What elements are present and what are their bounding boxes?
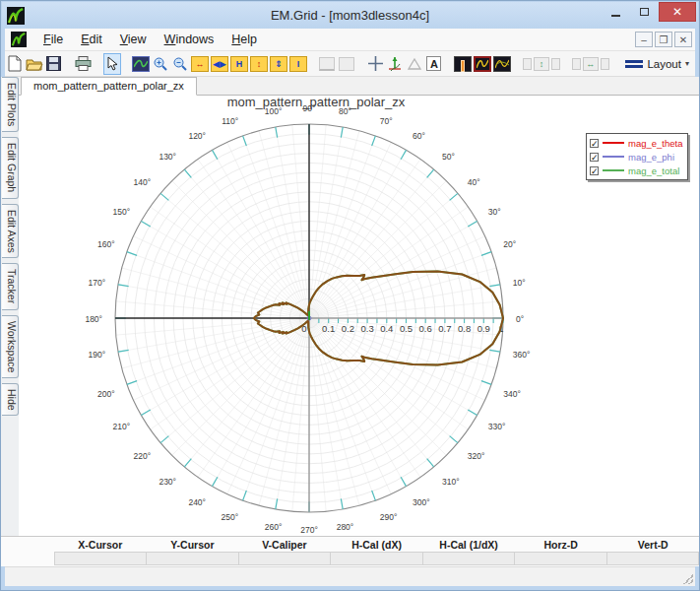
h-space-group-button[interactable]: ↔ xyxy=(572,53,609,75)
menu-windows[interactable]: Windows xyxy=(156,30,223,49)
title-bar[interactable]: EM.Grid - [mom3dlesson4c] ✕ xyxy=(2,2,698,29)
angle-label: 220° xyxy=(134,451,152,461)
angle-tick xyxy=(276,127,278,138)
sidebar-item-edit-plots[interactable]: Edit Plots xyxy=(2,77,19,132)
angle-label: 240° xyxy=(188,497,206,507)
cursor-readout: X-Cursor Y-Cursor V-Caliper H-Cal (dX) H… xyxy=(1,536,699,566)
angle-label: 0° xyxy=(516,314,524,324)
shrink-vertical-button[interactable]: ⇕ xyxy=(270,53,287,75)
sidebar: Edit Plots Edit Graph Edit Axes Tracker … xyxy=(1,77,19,536)
new-file-button[interactable] xyxy=(6,53,24,75)
zoom-out-button[interactable] xyxy=(171,53,189,75)
menu-view[interactable]: View xyxy=(111,30,156,49)
curve-plot-button[interactable] xyxy=(493,53,511,75)
expand-vertical-button[interactable]: ↕ xyxy=(250,53,268,75)
v-space-left-icon xyxy=(523,58,532,70)
angle-label: 270° xyxy=(300,525,318,535)
expand-vertical-icon: ↕ xyxy=(250,56,268,72)
angle-tick xyxy=(450,436,458,443)
open-folder-icon xyxy=(26,57,43,71)
region-a-button[interactable] xyxy=(319,53,337,75)
sidebar-item-hide[interactable]: Hide xyxy=(2,383,19,417)
angle-tick xyxy=(118,285,129,287)
angle-tick xyxy=(141,410,150,415)
fit-horizontal-button[interactable]: H xyxy=(230,53,248,75)
save-button[interactable] xyxy=(45,53,63,75)
zoom-in-button[interactable] xyxy=(152,53,169,75)
chart-title: mom_pattern_pattern_polar_zx xyxy=(227,95,406,109)
shrink-horizontal-button[interactable]: ◀▶ xyxy=(211,53,228,75)
angle-tick xyxy=(160,193,168,200)
radial-label: 0.4 xyxy=(380,323,393,334)
angle-label: 190° xyxy=(89,350,106,360)
new-file-icon xyxy=(8,55,22,72)
readout-col-h-cal-1dx: H-Cal (1/dX) xyxy=(422,539,515,551)
pointer-tool-button[interactable] xyxy=(103,53,121,75)
fit-view-icon xyxy=(132,56,150,72)
legend-entry-phi: ✓ mag_e_phi xyxy=(590,150,682,164)
angle-tick xyxy=(489,285,500,287)
v-space-icon: ↕ xyxy=(534,57,549,71)
minimize-button[interactable] xyxy=(602,2,630,22)
angle-label: 200° xyxy=(97,389,115,399)
angle-tick xyxy=(276,498,278,509)
mdi-restore-button[interactable]: ❐ xyxy=(655,32,672,47)
crosshair-icon xyxy=(368,56,383,71)
bar-plot-icon xyxy=(454,56,472,72)
legend-line-phi xyxy=(603,156,624,158)
checkbox-mag-e-theta[interactable]: ✓ xyxy=(590,139,599,148)
text-button[interactable]: A xyxy=(425,53,443,75)
layout-label: Layout xyxy=(647,58,681,70)
angle-label: 60° xyxy=(413,131,425,141)
shrink-horizontal-icon: ◀▶ xyxy=(211,56,228,72)
shrink-vertical-icon: ⇕ xyxy=(270,56,287,72)
angle-label: 360° xyxy=(513,350,531,360)
angle-tick xyxy=(450,193,458,200)
sidebar-item-edit-graph[interactable]: Edit Graph xyxy=(2,137,19,198)
readout-value-vert-d xyxy=(606,552,699,565)
expand-horizontal-button[interactable]: ↔ xyxy=(191,53,209,75)
curve-frame-button[interactable] xyxy=(474,53,491,75)
angle-tick xyxy=(341,127,343,138)
sidebar-item-edit-axes[interactable]: Edit Axes xyxy=(2,204,19,259)
bar-plot-button[interactable] xyxy=(454,53,472,75)
sidebar-item-tracker[interactable]: Tracker xyxy=(2,263,19,309)
fit-vertical-button[interactable]: Ι xyxy=(289,53,307,75)
angle-label: 260° xyxy=(265,522,283,532)
maximize-button[interactable] xyxy=(630,2,659,22)
readout-value-v-caliper xyxy=(238,552,330,565)
mdi-minimize-button[interactable]: – xyxy=(635,32,653,47)
open-button[interactable] xyxy=(26,53,43,75)
chevron-down-icon: ▾ xyxy=(685,59,689,68)
angle-label: 180° xyxy=(85,314,102,324)
close-button[interactable]: ✕ xyxy=(659,2,696,22)
angle-label: 330° xyxy=(488,422,506,431)
angle-label: 230° xyxy=(159,477,176,487)
mdi-close-button[interactable]: ✕ xyxy=(674,32,692,47)
fit-vertical-icon: Ι xyxy=(289,56,307,72)
checkbox-mag-e-total[interactable]: ✓ xyxy=(590,166,599,175)
region-b-button[interactable] xyxy=(338,53,355,75)
checkbox-mag-e-phi[interactable]: ✓ xyxy=(590,153,599,162)
crosshair-button[interactable] xyxy=(367,53,385,75)
resize-grip[interactable] xyxy=(683,574,693,584)
print-button[interactable] xyxy=(74,53,92,75)
layout-button[interactable]: Layout ▾ xyxy=(619,56,695,72)
expand-horizontal-icon: ↔ xyxy=(191,56,209,72)
app-logo-icon xyxy=(7,7,25,25)
v-space-right-icon xyxy=(551,58,560,70)
readout-col-h-cal-dx: H-Cal (dX) xyxy=(331,539,423,551)
sidebar-item-workspace[interactable]: Workspace xyxy=(2,315,19,378)
fit-view-button[interactable] xyxy=(132,53,150,75)
menu-help[interactable]: Help xyxy=(223,30,266,49)
angle-tick xyxy=(427,169,434,177)
angle-label: 170° xyxy=(89,278,106,288)
menu-edit[interactable]: Edit xyxy=(72,30,111,49)
triangle-button[interactable] xyxy=(406,53,423,75)
axes-button[interactable] xyxy=(386,53,404,75)
zoom-in-icon xyxy=(153,56,168,72)
menu-file[interactable]: File xyxy=(34,30,72,49)
angle-label: 70° xyxy=(380,116,393,126)
v-space-group-button[interactable]: ↕ xyxy=(523,53,560,75)
readout-value-h-cal-dx xyxy=(330,552,421,565)
